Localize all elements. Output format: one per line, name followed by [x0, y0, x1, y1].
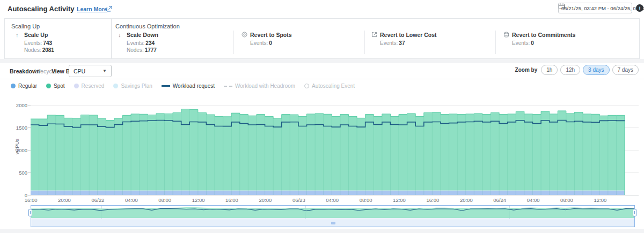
- events-value: 234: [145, 40, 155, 46]
- stat-label: Revert to Commitments: [512, 32, 575, 38]
- legend-swatch: [46, 84, 51, 88]
- navigator-left-handle[interactable]: [28, 209, 32, 216]
- x-axis-label: 08:00: [158, 197, 171, 203]
- x-axis-label: 12:00: [393, 197, 406, 203]
- date-range-input[interactable]: 06/21/25, 03:42 PM - 06/24/25, 03:42 PM: [558, 3, 632, 13]
- legend-item-autoscaling-event[interactable]: Autoscaling Event: [304, 83, 355, 89]
- events-label: Events:: [250, 40, 268, 46]
- events-label: Events:: [127, 40, 144, 46]
- legend-item-workload-request[interactable]: Workload request: [162, 83, 215, 89]
- legend-item-regular[interactable]: Regular: [11, 83, 37, 89]
- y-axis-label: 1500: [8, 125, 27, 131]
- stats-card: Scaling Up Continuous Optimization ↑ Sca…: [4, 18, 640, 59]
- y-axis-title: vCPUs: [14, 139, 20, 155]
- view-by-value: CPU: [74, 68, 85, 74]
- y-axis-label: 2000: [8, 102, 27, 108]
- legend-item-reserved[interactable]: Reserved: [74, 83, 105, 89]
- events-value: 743: [43, 40, 52, 46]
- legend-label: Regular: [18, 83, 37, 89]
- x-axis-label: 16:00: [25, 197, 38, 203]
- stat-scale-up: ↑ Scale Up Events:743 Nodes:2081: [16, 32, 54, 53]
- x-axis-label: 08:00: [360, 197, 372, 203]
- x-axis-label: 06/23: [292, 197, 305, 203]
- x-axis-label: 20:00: [259, 197, 272, 203]
- nodes-label: Nodes:: [24, 47, 41, 53]
- nodes-value: 2081: [42, 47, 54, 53]
- stat-label: Scale Down: [127, 32, 158, 38]
- events-label: Events:: [512, 40, 530, 46]
- legend-item-savings-plan[interactable]: Savings Plan: [113, 83, 152, 89]
- navigator-right-handle[interactable]: [633, 209, 636, 216]
- divider: [0, 79, 644, 79]
- x-axis-label: 16:00: [427, 197, 440, 203]
- stat-revert-to-spots: Revert to Spots Events:0: [241, 32, 292, 46]
- arrow-down-icon: ↓: [118, 32, 125, 38]
- stat-revert-to-commitments: Revert to Commitments Events:0: [503, 32, 575, 46]
- group-divider: [111, 19, 112, 58]
- x-axis-label: 20:00: [460, 197, 473, 203]
- info-icon[interactable]: i: [636, 4, 643, 12]
- x-axis-label: 04:00: [326, 197, 339, 203]
- stat-label: Scale Up: [24, 32, 48, 38]
- x-axis-label: 12:00: [192, 197, 205, 203]
- legend-label: Autoscaling Event: [312, 83, 355, 89]
- zoom-option-12h[interactable]: 12h: [560, 65, 580, 75]
- view-by-select[interactable]: CPU ▼: [69, 65, 112, 77]
- zoom-option-7days[interactable]: 7 days: [612, 65, 639, 75]
- events-value: 37: [399, 40, 405, 46]
- stat-label: Revert to Lower Cost: [380, 32, 437, 38]
- external-link-icon: [106, 6, 112, 12]
- stat-scale-down: ↓ Scale Down Events:234 Nodes:1777: [118, 32, 158, 53]
- item-divider: [233, 31, 234, 54]
- x-axis-label: 04:00: [527, 197, 540, 203]
- legend-swatch: [74, 84, 79, 88]
- learn-more-link[interactable]: Learn More: [77, 6, 107, 12]
- navigator-scrollbar-thumb[interactable]: [331, 222, 335, 224]
- x-axis-label: 16:00: [225, 197, 238, 203]
- zoom-option-3days[interactable]: 3 days: [583, 65, 609, 75]
- date-range-value: 06/21/25, 03:42 PM - 06/24/25, 03:42 PM: [561, 5, 644, 11]
- x-axis-label: 06/24: [493, 197, 506, 203]
- zoom-option-1h[interactable]: 1h: [541, 65, 558, 75]
- item-divider: [364, 31, 365, 54]
- y-axis-label: 500: [8, 170, 27, 176]
- legend-swatch: [162, 85, 170, 87]
- legend-swatch: [113, 84, 118, 88]
- page-title: Autoscaling Activity: [8, 5, 74, 13]
- events-value: 0: [531, 40, 534, 46]
- chart-legend: RegularSpotReservedSavings PlanWorkload …: [11, 83, 355, 89]
- x-axis-label: 12:00: [594, 197, 607, 203]
- page-header: Autoscaling Activity Learn More 06/21/25…: [0, 0, 644, 17]
- legend-label: Workload request: [173, 83, 215, 89]
- x-axis-label: 08:00: [560, 197, 573, 203]
- nodes-value: 1777: [145, 47, 157, 53]
- stat-revert-to-lower-cost: Revert to Lower Cost Events:37: [371, 32, 437, 46]
- legend-label: Spot: [54, 83, 65, 89]
- legend-label: Savings Plan: [121, 83, 152, 89]
- section-gap: [0, 59, 644, 63]
- events-label: Events:: [380, 40, 398, 46]
- legend-label: Workload with Headroom: [235, 83, 295, 89]
- x-axis-label: 04:00: [125, 197, 138, 203]
- x-axis-label: 20:00: [58, 197, 71, 203]
- group-title-continuous-optimization: Continuous Optimization: [115, 23, 180, 29]
- legend-item-spot[interactable]: Spot: [46, 83, 65, 89]
- legend-label: Reserved: [82, 83, 105, 89]
- autoscaling-activity-page: Autoscaling Activity Learn More 06/21/25…: [0, 0, 644, 233]
- x-axis-label: 06/22: [92, 197, 105, 203]
- events-value: 0: [269, 40, 272, 46]
- nodes-label: Nodes:: [127, 47, 144, 53]
- legend-item-workload-with-headroom[interactable]: Workload with Headroom: [224, 83, 295, 89]
- legend-swatch: [304, 84, 309, 88]
- events-label: Events:: [24, 40, 42, 46]
- item-divider: [495, 31, 496, 54]
- legend-swatch: [11, 84, 16, 88]
- bottom-gap: [0, 229, 644, 233]
- chevron-down-icon: ▼: [103, 69, 107, 73]
- arrow-up-icon: ↑: [16, 32, 23, 38]
- stat-label: Revert to Spots: [250, 32, 292, 38]
- legend-swatch: [224, 86, 232, 87]
- zoom-by-label: Zoom by: [515, 67, 538, 73]
- zoom-by-group: Zoom by 1h 12h 3 days 7 days: [515, 65, 639, 75]
- chart-controls: Breakdown Lifecycle View By CPU ▼ Zoom b…: [0, 63, 644, 79]
